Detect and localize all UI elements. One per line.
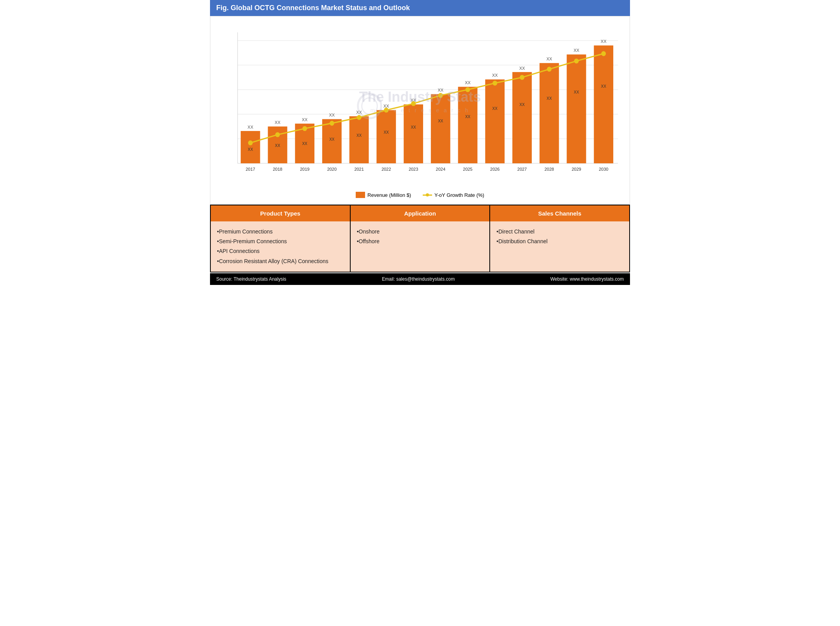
legend-bar-icon <box>356 192 365 198</box>
svg-text:XX: XX <box>438 119 443 123</box>
svg-text:2017: 2017 <box>245 167 255 172</box>
category-item: •Onshore <box>357 227 484 237</box>
category-header-application: Application <box>351 205 490 221</box>
footer-email: Email: sales@theindustrystats.com <box>382 276 455 282</box>
svg-text:XX: XX <box>465 80 471 85</box>
legend-revenue: Revenue (Million $) <box>356 192 411 198</box>
dot-2021 <box>357 115 362 120</box>
dot-2030 <box>601 51 606 56</box>
svg-text:XX: XX <box>574 48 579 53</box>
category-product-types: Product Types•Premium Connections•Semi-P… <box>211 205 350 272</box>
svg-text:XX: XX <box>411 125 416 129</box>
bar-2027 <box>512 72 532 163</box>
dot-2017 <box>248 140 253 145</box>
dot-2020 <box>330 121 334 126</box>
svg-text:2020: 2020 <box>327 167 337 172</box>
categories-section: Product Types•Premium Connections•Semi-P… <box>210 205 630 272</box>
category-body-product-types: •Premium Connections•Semi-Premium Connec… <box>211 221 350 272</box>
svg-text:XX: XX <box>302 141 307 146</box>
category-item: •Semi-Premium Connections <box>217 237 344 246</box>
legend-line-icon <box>423 195 432 196</box>
page-header: Fig. Global OCTG Connections Market Stat… <box>210 0 630 16</box>
legend-growth: Y-oY Growth Rate (%) <box>423 192 484 198</box>
footer-website: Website: www.theindustrystats.com <box>550 276 624 282</box>
svg-text:2022: 2022 <box>381 167 391 172</box>
svg-text:m a r k e t   r e s e a r c h: m a r k e t r e s e a r c h <box>371 107 470 113</box>
svg-text:XX: XX <box>247 124 253 129</box>
category-sales-channels: Sales Channels•Direct Channel•Distributi… <box>490 205 629 272</box>
chart-container: XX 2017 XX XX 2018 XX XX 2019 XX XX 2020… <box>210 16 630 205</box>
svg-text:XX: XX <box>519 65 525 70</box>
dot-2028 <box>547 67 552 72</box>
svg-text:XX: XX <box>574 90 579 94</box>
category-item: •Distribution Channel <box>496 237 623 246</box>
chart-area: XX 2017 XX XX 2018 XX XX 2019 XX XX 2020… <box>218 24 622 188</box>
dot-2018 <box>275 132 280 137</box>
legend-growth-label: Y-oY Growth Rate (%) <box>434 192 484 198</box>
dot-2019 <box>302 126 307 131</box>
svg-text:XX: XX <box>356 133 362 138</box>
svg-text:XX: XX <box>384 130 389 134</box>
svg-text:2025: 2025 <box>463 167 472 172</box>
bar-2028 <box>540 63 559 163</box>
footer: Source: Theindustrystats Analysis Email:… <box>210 273 630 285</box>
bar-2021 <box>349 116 369 163</box>
svg-text:XX: XX <box>601 84 606 88</box>
category-item: •Direct Channel <box>496 227 623 237</box>
dot-2029 <box>574 58 579 64</box>
dot-2027 <box>520 75 524 80</box>
svg-text:2023: 2023 <box>409 167 418 172</box>
category-item: •Premium Connections <box>217 227 344 237</box>
bar-2029 <box>567 55 586 163</box>
svg-text:2027: 2027 <box>517 167 527 172</box>
svg-text:2029: 2029 <box>572 167 581 172</box>
footer-source: Source: Theindustrystats Analysis <box>216 276 286 282</box>
svg-text:XX: XX <box>547 96 552 101</box>
chart-svg: XX 2017 XX XX 2018 XX XX 2019 XX XX 2020… <box>218 24 622 188</box>
svg-text:XX: XX <box>492 106 498 111</box>
dot-2026 <box>492 81 497 86</box>
category-item: •Offshore <box>357 237 484 246</box>
svg-text:XX: XX <box>601 39 607 44</box>
svg-text:XX: XX <box>302 117 308 122</box>
svg-text:XX: XX <box>546 57 552 61</box>
svg-text:2024: 2024 <box>436 167 445 172</box>
category-body-application: •Onshore•Offshore <box>351 221 490 272</box>
svg-text:2018: 2018 <box>273 167 282 172</box>
svg-text:XX: XX <box>329 113 335 117</box>
svg-text:2019: 2019 <box>300 167 309 172</box>
bar-2022 <box>376 110 396 164</box>
category-application: Application•Onshore•Offshore <box>351 205 490 272</box>
svg-text:XX: XX <box>329 137 334 141</box>
svg-text:XX: XX <box>519 103 524 107</box>
svg-text:2026: 2026 <box>490 167 499 172</box>
legend-revenue-label: Revenue (Million $) <box>367 192 411 198</box>
svg-text:XX: XX <box>275 143 280 148</box>
svg-text:XX: XX <box>248 147 253 152</box>
bar-2026 <box>485 80 505 163</box>
svg-text:2030: 2030 <box>599 167 608 172</box>
header-title: Fig. Global OCTG Connections Market Stat… <box>216 4 410 12</box>
svg-text:XX: XX <box>492 73 498 78</box>
category-item: •Corrosion Resistant Alloy (CRA) Connect… <box>217 256 344 266</box>
chart-legend: Revenue (Million $) Y-oY Growth Rate (%) <box>218 188 622 200</box>
bar-2030 <box>594 46 613 163</box>
category-header-sales-channels: Sales Channels <box>490 205 629 221</box>
svg-text:2028: 2028 <box>545 167 554 172</box>
svg-text:XX: XX <box>275 120 281 125</box>
svg-text:XX: XX <box>465 115 470 119</box>
category-item: •API Connections <box>217 246 344 256</box>
category-body-sales-channels: •Direct Channel•Distribution Channel <box>490 221 629 272</box>
svg-text:2021: 2021 <box>354 167 364 172</box>
category-header-product-types: Product Types <box>211 205 350 221</box>
